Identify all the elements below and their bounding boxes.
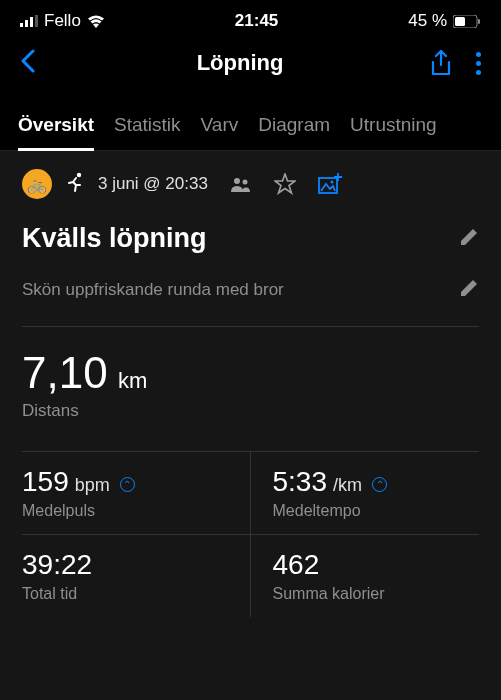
- info-icon[interactable]: ⌃: [120, 477, 135, 492]
- info-icon[interactable]: ⌃: [372, 477, 387, 492]
- stat-calories: 462 Summa kalorier: [251, 534, 480, 617]
- stat-avg-hr: 159 bpm ⌃ Medelpuls: [22, 451, 251, 534]
- page-title: Löpning: [50, 50, 430, 76]
- status-bar: Fello 21:45 45 %: [0, 0, 501, 36]
- star-icon[interactable]: [274, 173, 296, 195]
- status-time: 21:45: [235, 11, 278, 31]
- share-button[interactable]: [430, 50, 452, 76]
- distance-label: Distans: [22, 401, 479, 421]
- distance-value: 7,10: [22, 348, 108, 397]
- stat-label: Medeltempo: [273, 502, 480, 520]
- title-row: Kvälls löpning: [22, 223, 479, 254]
- tab-overview[interactable]: Översikt: [18, 102, 94, 151]
- edit-title-button[interactable]: [459, 227, 479, 251]
- running-icon: [66, 172, 84, 197]
- status-right: 45 %: [408, 11, 481, 31]
- activity-meta: 🚲 3 juni @ 20:33: [22, 169, 479, 199]
- tabs: Översikt Statistik Varv Diagram Utrustni…: [0, 102, 501, 151]
- svg-rect-2: [30, 17, 33, 27]
- battery-icon: [453, 15, 481, 28]
- tab-laps[interactable]: Varv: [201, 102, 239, 150]
- distance-unit: km: [118, 368, 147, 393]
- status-left: Fello: [20, 11, 105, 31]
- svg-point-11: [330, 181, 333, 184]
- svg-point-7: [77, 172, 81, 176]
- svg-rect-6: [478, 19, 480, 24]
- svg-rect-5: [455, 17, 465, 26]
- cellular-signal-icon: [20, 15, 38, 27]
- back-button[interactable]: [20, 46, 50, 80]
- svg-rect-1: [25, 20, 28, 27]
- battery-percent: 45 %: [408, 11, 447, 31]
- more-options-button[interactable]: [476, 52, 481, 75]
- stat-value: 39:22: [22, 549, 92, 581]
- activity-title: Kvälls löpning: [22, 223, 207, 254]
- description-row: Skön uppfriskande runda med bror: [22, 278, 479, 302]
- svg-point-8: [234, 178, 240, 184]
- stat-label: Total tid: [22, 585, 234, 603]
- svg-rect-3: [35, 15, 38, 27]
- stat-unit: bpm: [75, 475, 110, 496]
- stat-value: 5:33: [273, 466, 328, 498]
- wifi-icon: [87, 15, 105, 28]
- activity-content: 🚲 3 juni @ 20:33 Kvälls löpning Skön upp…: [0, 151, 501, 700]
- stat-label: Summa kalorier: [273, 585, 480, 603]
- activity-description: Skön uppfriskande runda med bror: [22, 280, 284, 300]
- avatar[interactable]: 🚲: [22, 169, 52, 199]
- edit-description-button[interactable]: [459, 278, 479, 302]
- add-photo-icon[interactable]: [318, 173, 342, 195]
- stat-value: 462: [273, 549, 320, 581]
- distance-stat: 7,10 km Distans: [22, 351, 479, 421]
- tab-statistics[interactable]: Statistik: [114, 102, 181, 150]
- stat-unit: /km: [333, 475, 362, 496]
- activity-date: 3 juni @ 20:33: [98, 174, 208, 194]
- divider: [22, 326, 479, 327]
- svg-point-9: [242, 179, 247, 184]
- stat-grid: 159 bpm ⌃ Medelpuls 5:33 /km ⌃ Medeltemp…: [22, 451, 479, 617]
- tab-charts[interactable]: Diagram: [258, 102, 330, 150]
- stat-avg-pace: 5:33 /km ⌃ Medeltempo: [251, 451, 480, 534]
- people-icon[interactable]: [230, 177, 252, 192]
- tab-gear[interactable]: Utrustning: [350, 102, 437, 150]
- nav-header: Löpning: [0, 36, 501, 90]
- stat-total-time: 39:22 Total tid: [22, 534, 251, 617]
- stat-label: Medelpuls: [22, 502, 234, 520]
- svg-rect-0: [20, 23, 23, 27]
- carrier-label: Fello: [44, 11, 81, 31]
- stat-value: 159: [22, 466, 69, 498]
